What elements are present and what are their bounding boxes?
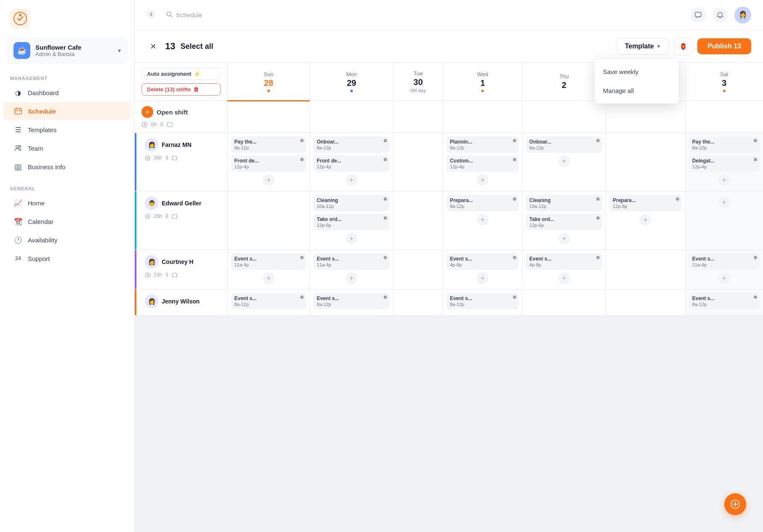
add-shift-button[interactable]: + <box>263 174 275 186</box>
search-icon <box>166 11 173 19</box>
shift-card[interactable]: Prepara...12p-6p <box>609 195 682 211</box>
sticker-button[interactable]: 🏮 <box>674 37 692 56</box>
shift-card[interactable]: Event s...8a-12p <box>313 293 390 309</box>
shift-card[interactable]: Event s...8a-12p <box>689 293 760 309</box>
add-shift-button[interactable]: + <box>346 174 357 186</box>
shift-card[interactable]: Front de...12p-4p <box>313 155 390 172</box>
shift-card[interactable]: Take ord...12p-6p <box>526 214 602 230</box>
user-avatar[interactable]: 👩‍⚕️ <box>734 7 751 24</box>
day-number: 2 <box>526 80 602 90</box>
add-shift-button[interactable]: + <box>477 174 488 186</box>
sidebar-collapse-btn[interactable] <box>147 10 156 21</box>
shift-cell: Event s...11a-4p + <box>685 250 763 290</box>
shift-card[interactable]: Custom...12p-4p <box>446 155 519 172</box>
save-weekly-option[interactable]: Save weekly <box>595 62 679 81</box>
sidebar-item-home[interactable]: 📈 Home <box>3 194 131 212</box>
shift-card[interactable]: Cleaning10a-12p <box>526 195 602 211</box>
add-shift-button[interactable]: + <box>558 233 570 245</box>
add-shift-button[interactable]: + <box>263 272 275 284</box>
shift-card[interactable]: Event s...8a-12p <box>446 293 519 309</box>
shift-card[interactable]: Plannin...8a-12p <box>446 136 519 153</box>
bell-button[interactable] <box>712 8 728 23</box>
shift-card[interactable]: Cleaning10a-12p <box>313 195 390 211</box>
shift-card[interactable]: Event s...4p-8p <box>446 253 519 270</box>
shift-card[interactable]: Pay the...8a-12p <box>689 136 760 153</box>
open-shift-cell-mon <box>310 101 393 133</box>
template-label: Template <box>625 43 654 50</box>
sidebar-item-label: Business info <box>28 163 65 170</box>
add-shift-button[interactable]: + <box>558 272 570 284</box>
shift-card[interactable]: Take ord...12p-6p <box>313 214 390 230</box>
shift-title: Delegat... <box>692 158 730 164</box>
shift-card[interactable]: Prepara...8a-12p <box>446 195 519 211</box>
search-bar[interactable]: Schedule <box>166 11 684 19</box>
shift-card[interactable]: Pay the...8a-12p <box>231 136 307 153</box>
sidebar-item-availability[interactable]: 🕐 Availability <box>3 231 131 249</box>
open-shift-cell-tue <box>393 101 443 133</box>
sidebar-item-label: Calendar <box>28 218 53 225</box>
shift-time: 12p-6p <box>317 223 386 228</box>
shift-card[interactable]: Event s...11a-4p <box>313 253 390 270</box>
shift-title: Event s... <box>317 295 355 301</box>
template-button[interactable]: Template ▾ <box>616 38 669 55</box>
shift-dot <box>384 216 387 220</box>
add-shift-button[interactable]: + <box>718 174 730 186</box>
shift-title: Front de... <box>235 158 272 164</box>
employee-name: Farnaz MN <box>162 141 192 148</box>
sidebar-item-support[interactable]: 24 Support <box>3 250 131 267</box>
add-shift-button[interactable]: + <box>477 272 488 284</box>
add-shift-button[interactable]: + <box>718 272 730 284</box>
chevron-down-icon: ▾ <box>118 47 121 54</box>
off-day-label: Off day <box>397 88 439 93</box>
add-shift-button[interactable]: + <box>718 197 730 208</box>
sidebar-item-schedule[interactable]: Schedule <box>3 102 131 120</box>
publish-button[interactable]: Publish 13 <box>697 38 751 54</box>
day-name: Thu <box>526 73 602 80</box>
open-shift-row: + Open shift 0h 0 <box>135 101 763 133</box>
sidebar-item-templates[interactable]: ☰ Templates <box>3 121 131 138</box>
delete-shifts-button[interactable]: Delete (13) shifts 🗑 <box>141 83 221 96</box>
shift-time: 12p-4p <box>450 164 515 169</box>
close-selection-button[interactable]: × <box>147 40 160 53</box>
add-shift-button[interactable]: + <box>640 214 651 226</box>
fab-button[interactable] <box>724 493 746 515</box>
avatar: 👨 <box>145 197 158 210</box>
select-all-button[interactable]: Select all <box>180 42 213 51</box>
main-content: Schedule 👩‍⚕️ × 13 Select all Template ▾… <box>135 0 763 532</box>
shift-time: 8a-12p <box>529 145 599 150</box>
calendar-area: Auto assignment ⚡ Delete (13) shifts 🗑 <box>135 63 763 532</box>
shift-title: Event s... <box>235 256 272 262</box>
add-shift-button[interactable]: + <box>346 272 357 284</box>
add-shift-button[interactable]: + <box>477 214 488 226</box>
shift-card[interactable]: Event s...11a-4p <box>231 253 307 270</box>
sidebar-item-dashboard[interactable]: ◑ Dashboard <box>3 84 131 101</box>
shift-card[interactable]: Event s...11a-4p <box>689 253 760 270</box>
sidebar-item-business[interactable]: 🏢 Business info <box>3 158 131 176</box>
selection-count: 13 <box>165 41 175 52</box>
shift-card[interactable]: Event s...8a-12p <box>231 293 307 309</box>
add-shift-button[interactable]: + <box>346 233 357 245</box>
sidebar-item-team[interactable]: Team <box>3 139 131 157</box>
shift-time: 8a-12p <box>317 302 386 307</box>
day-name: Sun <box>231 71 307 77</box>
sidebar-item-calendar[interactable]: 📆 Calendar <box>3 213 131 230</box>
manage-all-option[interactable]: Manage all <box>595 81 679 100</box>
shift-card[interactable]: Front de...12p-4p <box>231 155 307 172</box>
add-shift-button[interactable]: + <box>558 155 570 167</box>
chat-button[interactable] <box>691 8 706 23</box>
table-row: 👩 Farnaz MN 36h 9 <box>135 133 763 192</box>
shift-time: 12p-6p <box>529 223 599 228</box>
shift-card[interactable]: Onboar...8a-12p <box>526 136 602 153</box>
day-header-tue: Tue 30 Off day <box>393 63 443 101</box>
shift-card[interactable]: Onboar...8a-12p <box>313 136 390 153</box>
shift-card[interactable]: Delegat...12p-4p <box>689 155 760 172</box>
svg-rect-21 <box>172 273 177 277</box>
auto-assignment-button[interactable]: Auto assignment ⚡ <box>141 68 221 80</box>
shift-count: 6 <box>165 213 168 219</box>
management-section-label: MANAGEMENT <box>0 72 134 83</box>
sidebar-item-label: Team <box>28 145 43 152</box>
workspace-selector[interactable]: ☕ Sunflower Cafe Admin & Barista ▾ <box>7 37 128 64</box>
day-indicator <box>267 90 270 92</box>
shift-time: 8a-12p <box>450 145 515 150</box>
shift-card[interactable]: Event s...4p-8p <box>526 253 602 270</box>
